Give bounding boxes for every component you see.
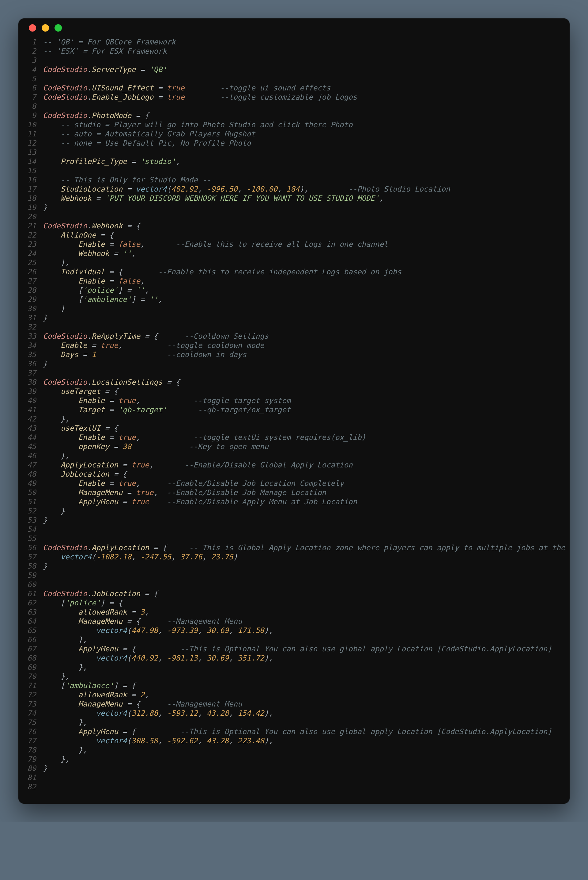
code-line[interactable]: vector4(-1082.18, -247.55, 37.76, 23.75): [43, 552, 570, 561]
line-number: 14: [18, 157, 36, 166]
code-line[interactable]: }: [43, 359, 570, 369]
code-line[interactable]: [43, 212, 570, 221]
code-line[interactable]: [43, 102, 570, 111]
code-line[interactable]: [43, 56, 570, 65]
code-line[interactable]: AllinOne = {: [43, 230, 570, 240]
code-line[interactable]: }: [43, 561, 570, 571]
code-line[interactable]: -- studio = Player will go into Photo St…: [43, 120, 570, 129]
code-line[interactable]: Enable = true, --toggle textUi system re…: [43, 433, 570, 442]
code-line[interactable]: vector4(308.58, -592.62, 43.28, 223.48),: [43, 736, 570, 745]
code-line[interactable]: allowedRank = 3,: [43, 608, 570, 617]
code-line[interactable]: },: [43, 718, 570, 727]
whitespace: [43, 690, 78, 699]
code-line[interactable]: CodeStudio.ServerType = 'QB': [43, 65, 570, 74]
code-line[interactable]: CodeStudio.LocationSettings = {: [43, 378, 570, 387]
code-line[interactable]: CodeStudio.ReApplyTime = { --Cooldown Se…: [43, 332, 570, 341]
punct-token: .: [87, 543, 92, 552]
code-line[interactable]: },: [43, 414, 570, 424]
code-line[interactable]: [43, 782, 570, 791]
code-line[interactable]: }: [43, 203, 570, 212]
code-line[interactable]: },: [43, 745, 570, 755]
whitespace: [43, 718, 78, 727]
code-line[interactable]: [43, 74, 570, 83]
code-line[interactable]: -- 'QB' = For QBCore Framework: [43, 38, 570, 47]
code-line[interactable]: vector4(447.98, -973.39, 30.69, 171.58),: [43, 626, 570, 635]
code-line[interactable]: [43, 534, 570, 543]
code-line[interactable]: ApplyMenu = { --This is Optional You can…: [43, 727, 570, 736]
code-line[interactable]: ManageMenu = true, --Enable/Disable Job …: [43, 488, 570, 497]
code-line[interactable]: CodeStudio.JobLocation = {: [43, 589, 570, 598]
code-line[interactable]: ['police'] = {: [43, 598, 570, 608]
code-line[interactable]: [43, 166, 570, 175]
code-line[interactable]: Enable = true, --Enable/Disable Job Loca…: [43, 479, 570, 488]
code-line[interactable]: JobLocation = {: [43, 469, 570, 479]
punct-token: =: [105, 406, 118, 414]
code-content[interactable]: -- 'QB' = For QBCore Framework-- 'ESX' =…: [43, 38, 570, 791]
ident-token: CodeStudio: [43, 222, 87, 230]
code-line[interactable]: Target = 'qb-target' --qb-target/ox_targ…: [43, 405, 570, 414]
code-line[interactable]: ['ambulance'] = {: [43, 681, 570, 690]
code-line[interactable]: ['ambulance'] = '',: [43, 295, 570, 304]
code-editor[interactable]: 1234567891011121314151617181920212223242…: [18, 38, 570, 804]
code-line[interactable]: }: [43, 313, 570, 322]
code-line[interactable]: [43, 773, 570, 782]
code-line[interactable]: [43, 580, 570, 589]
code-line[interactable]: ['police'] = '',: [43, 286, 570, 295]
code-line[interactable]: Days = 1 --cooldown in days: [43, 350, 570, 359]
code-line[interactable]: Enable = false, --Enable this to receive…: [43, 240, 570, 249]
code-line[interactable]: }: [43, 506, 570, 516]
punct-token: ] =: [131, 295, 149, 304]
bool-token: true: [131, 498, 149, 506]
code-line[interactable]: -- auto = Automatically Grab Players Mug…: [43, 129, 570, 138]
code-line[interactable]: allowedRank = 2,: [43, 690, 570, 699]
code-line[interactable]: Webhook = 'PUT YOUR DISCORD WEBHOOK HERE…: [43, 194, 570, 203]
line-number: 82: [18, 782, 36, 791]
code-line[interactable]: Enable = false,: [43, 277, 570, 286]
code-line[interactable]: [43, 525, 570, 534]
maximize-icon[interactable]: [54, 24, 62, 32]
code-line[interactable]: },: [43, 672, 570, 681]
code-line[interactable]: -- none = Use Default Pic, No Profile Ph…: [43, 138, 570, 148]
code-line[interactable]: [43, 148, 570, 157]
code-line[interactable]: StudioLocation = vector4(402.92, -996.50…: [43, 185, 570, 194]
code-line[interactable]: },: [43, 663, 570, 672]
code-line[interactable]: [43, 571, 570, 580]
code-line[interactable]: openKey = 38 --Key to open menu: [43, 442, 570, 451]
code-line[interactable]: ManageMenu = { --Management Menu: [43, 699, 570, 709]
code-line[interactable]: CodeStudio.UISound_Effect = true --toggl…: [43, 83, 570, 93]
code-line[interactable]: Individual = { --Enable this to receive …: [43, 267, 570, 277]
code-line[interactable]: }: [43, 304, 570, 313]
code-line[interactable]: -- This is Only for Studio Mode --: [43, 175, 570, 185]
code-line[interactable]: CodeStudio.PhotoMode = {: [43, 111, 570, 120]
code-line[interactable]: CodeStudio.ApplyLocation = { -- This is …: [43, 543, 570, 552]
code-line[interactable]: useTextUI = {: [43, 424, 570, 433]
code-line[interactable]: }: [43, 764, 570, 773]
code-line[interactable]: ManageMenu = { --Management Menu: [43, 617, 570, 626]
code-line[interactable]: -- 'ESX' = For ESX Framework: [43, 47, 570, 56]
code-line[interactable]: Webhook = '',: [43, 249, 570, 258]
code-line[interactable]: vector4(440.92, -981.13, 30.69, 351.72),: [43, 653, 570, 663]
code-line[interactable]: }: [43, 516, 570, 525]
minimize-icon[interactable]: [42, 24, 49, 32]
code-line[interactable]: ApplyLocation = true, --Enable/Disable G…: [43, 460, 570, 469]
line-number: 32: [18, 322, 36, 332]
code-line[interactable]: },: [43, 755, 570, 764]
punct-token: =: [127, 608, 140, 617]
code-line[interactable]: vector4(312.88, -593.12, 43.28, 154.42),: [43, 709, 570, 718]
code-line[interactable]: },: [43, 635, 570, 644]
prop-token: Enable: [78, 277, 105, 285]
code-line[interactable]: [43, 322, 570, 332]
close-icon[interactable]: [29, 24, 36, 32]
code-line[interactable]: },: [43, 451, 570, 460]
code-line[interactable]: ProfilePic_Type = 'studio',: [43, 157, 570, 166]
code-line[interactable]: ApplyMenu = { --This is Optional You can…: [43, 644, 570, 653]
code-line[interactable]: },: [43, 258, 570, 267]
punct-token: (: [167, 185, 171, 193]
code-line[interactable]: useTarget = {: [43, 387, 570, 396]
code-line[interactable]: ApplyMenu = true --Enable/Disable Apply …: [43, 497, 570, 506]
code-line[interactable]: [43, 369, 570, 378]
code-line[interactable]: Enable = true, --toggle target system: [43, 396, 570, 405]
code-line[interactable]: Enable = true, --toggle cooldown mode: [43, 341, 570, 350]
code-line[interactable]: CodeStudio.Enable_JobLogo = true --toggl…: [43, 93, 570, 102]
code-line[interactable]: CodeStudio.Webhook = {: [43, 221, 570, 230]
